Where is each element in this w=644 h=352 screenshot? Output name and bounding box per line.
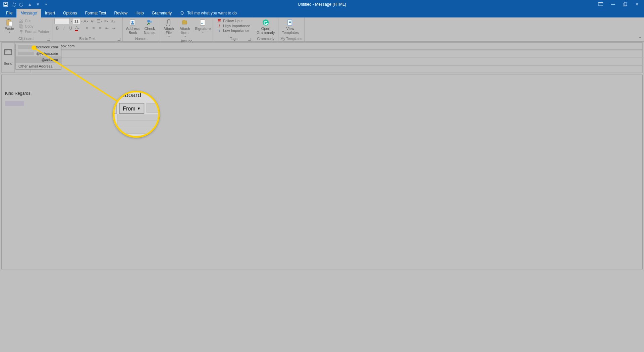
qat-more-icon[interactable]: ▾ [44, 2, 48, 7]
include-group-label: Include [161, 39, 212, 44]
basic-text-group-label: Basic Text [54, 36, 120, 41]
cut-label: Cut [25, 19, 31, 23]
attach-item-button[interactable]: Attach Item▾ [177, 18, 192, 39]
to-field[interactable] [32, 50, 643, 57]
format-painter-label: Format Painter [25, 30, 49, 34]
tab-file[interactable]: File [2, 9, 16, 17]
title-bar: ▲ ▼ ▾ Untitled - Message (HTML) — ✕ [0, 0, 644, 9]
check-names-button[interactable]: Check Names [142, 18, 157, 35]
dialog-launcher-icon[interactable] [118, 38, 120, 41]
redo-icon[interactable] [19, 2, 24, 7]
tab-insert[interactable]: Insert [41, 9, 59, 17]
ribbon-group-names: Address Book Check Names Names [123, 17, 159, 41]
cc-field[interactable] [32, 58, 643, 65]
window-title: Untitled - Message (HTML) [298, 2, 346, 7]
down-icon[interactable]: ▼ [36, 2, 40, 7]
grow-font-icon[interactable]: A▲ [83, 18, 89, 24]
maximize-button[interactable] [623, 2, 627, 6]
svg-point-12 [19, 21, 21, 23]
font-size-input[interactable] [73, 18, 80, 24]
format-painter-button[interactable]: Format Painter [18, 29, 50, 34]
from-option-aol[interactable]: @aol.com [16, 57, 61, 63]
collapse-ribbon-icon[interactable]: ⌃ [639, 36, 641, 40]
minimize-button[interactable]: — [611, 2, 615, 7]
numbering-icon[interactable]: ≡▾ [103, 18, 109, 24]
follow-up-button[interactable]: Follow Up▾ [216, 18, 251, 24]
tab-help[interactable]: Help [131, 9, 148, 17]
svg-rect-20 [131, 23, 134, 25]
signature-label: Signature [195, 27, 211, 31]
copy-label: Copy [25, 24, 34, 28]
font-name-input[interactable] [54, 18, 70, 24]
underline-button[interactable]: U [68, 25, 74, 31]
address-book-icon [129, 19, 137, 26]
check-names-icon [146, 19, 153, 26]
clear-format-icon[interactable]: Aₓ [110, 18, 116, 24]
down-arrow-icon: ↓ [217, 29, 222, 33]
address-book-button[interactable]: Address Book [125, 18, 141, 35]
paste-button[interactable]: Paste ▼ [2, 18, 17, 35]
tab-options[interactable]: Options [59, 9, 81, 17]
from-field[interactable]: @outlook.com [32, 42, 643, 50]
templates-icon [286, 19, 294, 26]
tab-format-text[interactable]: Format Text [81, 9, 110, 17]
callout-magnifier: Clipboard From▼ [113, 91, 160, 138]
svg-rect-23 [182, 21, 187, 24]
tell-me-search[interactable]: Tell me what you want to do [180, 9, 237, 17]
flag-icon [217, 18, 222, 23]
from-option-outlook[interactable]: @outlook.com [16, 44, 61, 50]
svg-rect-17 [21, 32, 21, 34]
ribbon-group-grammarly: Open Grammarly Grammarly [253, 17, 278, 41]
ribbon-display-icon[interactable] [598, 2, 603, 6]
italic-button[interactable]: I [61, 25, 67, 31]
scissors-icon [19, 18, 23, 23]
close-button[interactable]: ✕ [635, 2, 639, 7]
tab-message[interactable]: Message [16, 9, 41, 17]
ribbon: Paste ▼ Cut Copy Format Painter Clipboar… [0, 17, 644, 42]
paperclip-icon [165, 19, 172, 26]
high-importance-button[interactable]: ! High Importance [216, 24, 251, 28]
signature-button[interactable]: Signature▾ [194, 18, 212, 35]
align-right-icon[interactable]: ≡ [97, 25, 103, 31]
from-option-other[interactable]: Other Email Address... [16, 63, 61, 69]
shrink-font-icon[interactable]: A▼ [90, 18, 96, 24]
callout-from-button: From▼ [119, 103, 145, 114]
from-option-yahoo[interactable]: @yahoo.com [16, 50, 61, 57]
font-color-button[interactable]: A▾ [74, 25, 80, 31]
send-button[interactable]: Send [1, 42, 15, 73]
dialog-launcher-icon[interactable] [47, 38, 50, 41]
tags-group-label: Tags [216, 36, 251, 41]
svg-rect-29 [289, 22, 291, 23]
dialog-launcher-icon[interactable] [248, 38, 251, 41]
low-importance-label: Low Importance [223, 29, 249, 33]
save-icon[interactable] [3, 2, 8, 7]
svg-rect-28 [289, 21, 291, 21]
up-icon[interactable]: ▲ [28, 2, 32, 7]
indent-icon[interactable]: ⇥ [111, 25, 117, 31]
align-left-icon[interactable]: ≡ [84, 25, 90, 31]
low-importance-button[interactable]: ↓ Low Importance [216, 28, 251, 33]
brush-icon [19, 29, 23, 34]
copy-button[interactable]: Copy [18, 24, 50, 29]
envelope-icon [4, 49, 12, 55]
bullets-icon[interactable]: ☰▾ [97, 18, 103, 24]
outdent-icon[interactable]: ⇤ [104, 25, 110, 31]
subject-field[interactable] [32, 65, 643, 73]
align-center-icon[interactable]: ≡ [91, 25, 97, 31]
open-grammarly-button[interactable]: Open Grammarly [255, 18, 276, 35]
ribbon-tabs: File Message Insert Options Format Text … [0, 9, 644, 17]
signature-name-redacted [5, 101, 24, 106]
view-templates-button[interactable]: View Templates [280, 18, 300, 35]
bold-button[interactable]: B [54, 25, 60, 31]
attach-item-icon [181, 19, 189, 26]
tell-me-label: Tell me what you want to do [187, 11, 237, 15]
tab-grammarly[interactable]: Grammarly [148, 9, 176, 17]
attach-item-label: Attach Item [180, 27, 190, 35]
tab-review[interactable]: Review [110, 9, 131, 17]
message-body[interactable]: Kind Regards, [1, 75, 643, 269]
attach-file-button[interactable]: Attach File▾ [161, 18, 176, 39]
undo-icon[interactable] [11, 2, 16, 7]
clipboard-group-label: Clipboard [2, 36, 50, 41]
cut-button[interactable]: Cut [18, 18, 50, 24]
svg-point-22 [150, 21, 152, 23]
